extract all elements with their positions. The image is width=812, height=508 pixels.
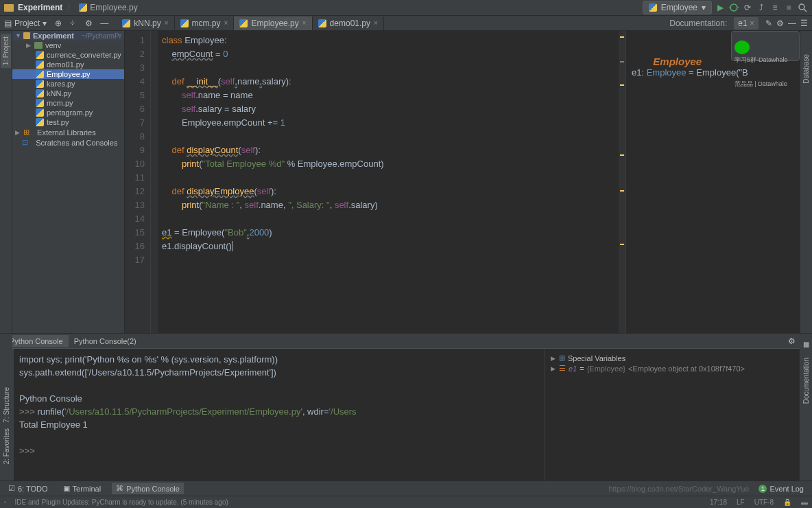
window-icon[interactable]: ▫: [4, 498, 7, 506]
project-tool-button[interactable]: ▤ Project ▾: [0, 19, 51, 28]
right-tool-strip: Database: [800, 31, 812, 333]
tree-file[interactable]: mcm.py: [12, 98, 124, 108]
python-console-button[interactable]: ⌘Python Console: [112, 483, 184, 494]
close-icon[interactable]: ×: [165, 19, 169, 27]
breadcrumb-sep: 〉: [67, 2, 75, 14]
project-icon: ▤: [4, 19, 12, 28]
favorites-tool-tab[interactable]: 2: Favorites: [1, 426, 12, 467]
line-gutter: 1234567891011121314151617: [125, 31, 151, 333]
file-encoding[interactable]: UTF-8: [754, 498, 774, 506]
svg-point-0: [730, 4, 737, 11]
venv-folder-icon: [34, 42, 43, 49]
obj-icon: ☰: [559, 364, 566, 373]
python-file-icon: [79, 3, 87, 12]
console-area: ↻ ■ × ▶ ⏸ ↶ ⊘ ∞ import sys; print('Pytho…: [0, 348, 812, 492]
variable-e1[interactable]: ▶☰e1 = {Employee} <Employee object at 0x…: [551, 363, 807, 373]
coverage-icon[interactable]: ⟳: [742, 2, 753, 13]
console-tab-2[interactable]: Python Console(2): [69, 335, 142, 347]
hide-icon[interactable]: —: [100, 19, 110, 28]
lib-icon: ⊞: [23, 128, 29, 137]
gear-icon[interactable]: ⚙: [788, 336, 796, 346]
code-body[interactable]: class Employee: empCount = 0 def __init_…: [158, 31, 625, 333]
lock-icon[interactable]: 🔒: [783, 498, 791, 506]
cursor-position[interactable]: 17:18: [710, 498, 727, 506]
run-icon[interactable]: ▶: [715, 2, 726, 13]
menu-icon[interactable]: ☰: [800, 19, 808, 28]
status-message: IDE and Plugin Updates: PyCharm is ready…: [15, 498, 228, 506]
python-file-icon: [239, 19, 248, 27]
documentation-tool-tab[interactable]: Documentation: [801, 355, 811, 406]
console-output[interactable]: import sys; print('Python %s on %s' % (s…: [14, 349, 545, 492]
bottom-tool-bar: ☑6: TODO ▣Terminal ⌘Python Console https…: [0, 481, 812, 496]
tab-knn[interactable]: kNN.py×: [117, 16, 174, 30]
special-variables[interactable]: ▶⊞Special Variables: [551, 353, 807, 363]
close-icon[interactable]: ×: [302, 19, 307, 27]
memory-indicator[interactable]: ▬: [801, 498, 808, 506]
python-file-icon: [36, 51, 44, 59]
documentation-panel: 学习5群-Datawhale 范晶晶 | Datawhale Employee …: [625, 31, 800, 333]
structure-tool-tab[interactable]: 7: Structure: [1, 384, 12, 426]
wechat-icon: [735, 41, 750, 54]
editor-tabs-bar: ▤ Project ▾ ⊕ ÷ ⚙ — kNN.py× mcm.py× Empl…: [0, 16, 812, 31]
attach-icon[interactable]: ≡: [769, 2, 780, 13]
tree-file[interactable]: test.py: [12, 117, 124, 127]
python-file-icon: [36, 99, 44, 107]
tree-file[interactable]: kNN.py: [12, 89, 124, 98]
gear-icon[interactable]: ⚙: [85, 19, 95, 28]
close-icon[interactable]: ×: [224, 19, 228, 27]
doc-class-name: Employee: [653, 56, 702, 67]
tree-file[interactable]: demo01.py: [12, 60, 124, 69]
todo-button[interactable]: ☑6: TODO: [4, 483, 52, 494]
console-tab-1[interactable]: Python Console: [4, 335, 69, 347]
doc-variable[interactable]: e1 ×: [734, 17, 759, 30]
hide-icon[interactable]: —: [788, 19, 796, 28]
search-icon[interactable]: [797, 2, 808, 13]
python-file-icon: [36, 89, 44, 97]
python-file-icon: [36, 60, 44, 69]
gear-icon[interactable]: ⚙: [776, 19, 784, 28]
code-editor[interactable]: 1234567891011121314151617 class Employee…: [125, 31, 625, 333]
wechat-notification[interactable]: 学习5群-Datawhale 范晶晶 | Datawhale: [731, 31, 800, 61]
line-separator[interactable]: LF: [737, 498, 745, 506]
tree-external-libs[interactable]: ▶⊞ External Libraries: [12, 127, 124, 137]
status-bar: ▫ IDE and Plugin Updates: PyCharm is rea…: [0, 496, 812, 508]
event-log-button[interactable]: 1Event Log: [754, 483, 808, 494]
terminal-button[interactable]: ▣Terminal: [59, 483, 106, 494]
tree-file-employee[interactable]: Employee.py: [12, 69, 124, 79]
right-lower-strip: ▦ Documentation: [800, 334, 812, 487]
database-tool-tab[interactable]: Database: [801, 51, 811, 86]
profile-icon[interactable]: ⤴: [756, 2, 767, 13]
tree-file[interactable]: pentagram.py: [12, 108, 124, 117]
python-file-icon: [36, 108, 44, 117]
tree-root[interactable]: ▼Experiment ~/PycharmPr: [12, 31, 124, 41]
debug-icon[interactable]: [728, 2, 739, 13]
left-tool-strip: 1: Project: [0, 31, 12, 333]
edit-icon[interactable]: ✎: [765, 19, 772, 28]
python-file-icon: [36, 80, 44, 88]
tree-scratches[interactable]: ⊡ Scratches and Consoles: [12, 137, 124, 148]
locate-icon[interactable]: ⊕: [55, 19, 64, 28]
breadcrumb-file[interactable]: Employee.py: [79, 3, 137, 12]
event-count-badge: 1: [759, 485, 767, 493]
stop-icon[interactable]: ■: [783, 2, 794, 13]
error-stripe[interactable]: [619, 31, 625, 333]
chevron-down-icon: ▾: [702, 3, 706, 12]
tree-venv[interactable]: ▶venv: [12, 41, 124, 50]
console-tabs-bar: Python Console Python Console(2) ⚙ —: [0, 333, 812, 348]
tab-mcm[interactable]: mcm.py×: [175, 16, 235, 30]
tree-file[interactable]: currence_converter.py: [12, 50, 124, 60]
folder-icon: [23, 32, 30, 39]
tab-demo01[interactable]: demo01.py×: [313, 16, 384, 30]
database-icon[interactable]: ▦: [803, 340, 809, 348]
console-variables: ▶⊞Special Variables ▶☰e1 = {Employee} <E…: [545, 349, 812, 492]
run-config-selector[interactable]: Employee ▾: [643, 1, 712, 14]
project-tool-tab[interactable]: 1: Project: [1, 34, 11, 68]
python-file-icon: [649, 3, 657, 12]
fold-strip[interactable]: [151, 31, 158, 333]
collapse-icon[interactable]: ÷: [70, 19, 80, 28]
close-icon[interactable]: ×: [374, 19, 378, 27]
tree-file[interactable]: kares.py: [12, 79, 124, 89]
python-file-icon: [36, 118, 44, 126]
tab-employee[interactable]: Employee.py×: [234, 16, 312, 30]
close-icon[interactable]: ×: [750, 19, 754, 28]
